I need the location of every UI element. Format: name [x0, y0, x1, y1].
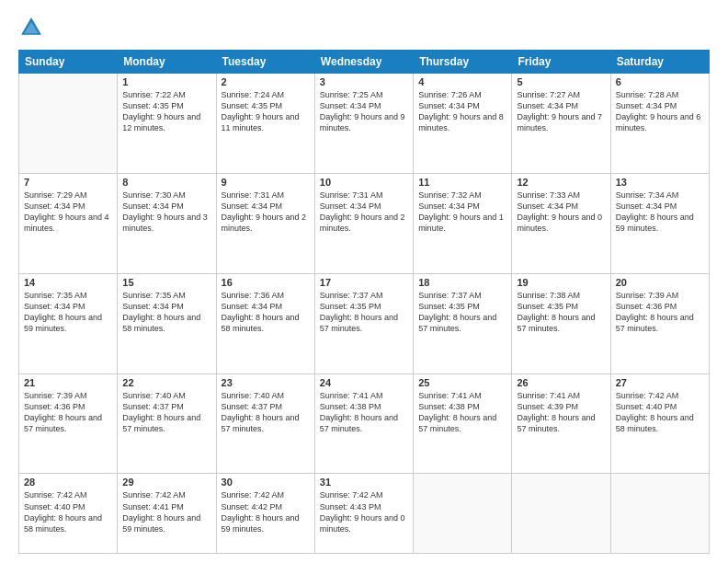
calendar-cell: 12Sunrise: 7:33 AMSunset: 4:34 PMDayligh… [512, 173, 610, 273]
calendar-cell: 11Sunrise: 7:32 AMSunset: 4:34 PMDayligh… [414, 173, 512, 273]
cell-info: Sunrise: 7:24 AMSunset: 4:35 PMDaylight:… [222, 89, 310, 134]
calendar-week-row: 21Sunrise: 7:39 AMSunset: 4:36 PMDayligh… [19, 373, 710, 474]
calendar-cell: 9Sunrise: 7:31 AMSunset: 4:34 PMDaylight… [216, 173, 314, 273]
calendar-cell: 5Sunrise: 7:27 AMSunset: 4:34 PMDaylight… [512, 74, 610, 174]
day-number: 17 [320, 277, 408, 288]
calendar-cell: 16Sunrise: 7:36 AMSunset: 4:34 PMDayligh… [216, 273, 314, 373]
day-number: 9 [222, 177, 310, 188]
day-number: 30 [222, 477, 310, 488]
calendar-cell: 13Sunrise: 7:34 AMSunset: 4:34 PMDayligh… [610, 173, 709, 273]
calendar-cell: 6Sunrise: 7:28 AMSunset: 4:34 PMDaylight… [610, 74, 709, 174]
weekday-header: Sunday [19, 51, 118, 74]
weekday-header: Tuesday [216, 51, 314, 74]
cell-info: Sunrise: 7:42 AMSunset: 4:42 PMDaylight:… [222, 489, 310, 534]
cell-info: Sunrise: 7:22 AMSunset: 4:35 PMDaylight:… [122, 89, 210, 134]
calendar-cell [414, 474, 512, 554]
cell-info: Sunrise: 7:41 AMSunset: 4:38 PMDaylight:… [320, 390, 408, 435]
cell-info: Sunrise: 7:32 AMSunset: 4:34 PMDaylight:… [418, 190, 506, 235]
calendar-cell: 17Sunrise: 7:37 AMSunset: 4:35 PMDayligh… [314, 273, 413, 373]
logo-icon [18, 15, 44, 40]
calendar-cell: 21Sunrise: 7:39 AMSunset: 4:36 PMDayligh… [19, 373, 118, 474]
calendar-week-row: 7Sunrise: 7:29 AMSunset: 4:34 PMDaylight… [19, 173, 710, 273]
calendar-cell: 15Sunrise: 7:35 AMSunset: 4:34 PMDayligh… [118, 273, 216, 373]
calendar-header-row: SundayMondayTuesdayWednesdayThursdayFrid… [19, 51, 710, 74]
calendar-cell: 14Sunrise: 7:35 AMSunset: 4:34 PMDayligh… [19, 273, 118, 373]
day-number: 2 [222, 76, 310, 87]
cell-info: Sunrise: 7:31 AMSunset: 4:34 PMDaylight:… [222, 190, 310, 235]
cell-info: Sunrise: 7:42 AMSunset: 4:40 PMDaylight:… [616, 390, 704, 435]
day-number: 22 [122, 377, 210, 388]
calendar-cell: 22Sunrise: 7:40 AMSunset: 4:37 PMDayligh… [118, 373, 216, 474]
calendar-week-row: 14Sunrise: 7:35 AMSunset: 4:34 PMDayligh… [19, 273, 710, 373]
cell-info: Sunrise: 7:33 AMSunset: 4:34 PMDaylight:… [517, 190, 605, 235]
day-number: 21 [24, 377, 112, 388]
calendar-cell: 26Sunrise: 7:41 AMSunset: 4:39 PMDayligh… [512, 373, 610, 474]
cell-info: Sunrise: 7:36 AMSunset: 4:34 PMDaylight:… [222, 290, 310, 335]
calendar-cell: 27Sunrise: 7:42 AMSunset: 4:40 PMDayligh… [610, 373, 709, 474]
day-number: 26 [517, 377, 605, 388]
calendar-cell: 10Sunrise: 7:31 AMSunset: 4:34 PMDayligh… [314, 173, 413, 273]
cell-info: Sunrise: 7:31 AMSunset: 4:34 PMDaylight:… [320, 190, 408, 235]
weekday-header: Friday [512, 51, 610, 74]
cell-info: Sunrise: 7:38 AMSunset: 4:35 PMDaylight:… [517, 290, 605, 335]
calendar-table: SundayMondayTuesdayWednesdayThursdayFrid… [18, 50, 710, 554]
cell-info: Sunrise: 7:40 AMSunset: 4:37 PMDaylight:… [222, 390, 310, 435]
day-number: 29 [122, 477, 210, 488]
weekday-header: Thursday [414, 51, 512, 74]
calendar-cell: 31Sunrise: 7:42 AMSunset: 4:43 PMDayligh… [314, 474, 413, 554]
day-number: 28 [24, 477, 112, 488]
day-number: 8 [122, 177, 210, 188]
calendar-cell: 3Sunrise: 7:25 AMSunset: 4:34 PMDaylight… [314, 74, 413, 174]
calendar-cell: 18Sunrise: 7:37 AMSunset: 4:35 PMDayligh… [414, 273, 512, 373]
calendar-cell: 1Sunrise: 7:22 AMSunset: 4:35 PMDaylight… [118, 74, 216, 174]
day-number: 24 [320, 377, 408, 388]
weekday-header: Wednesday [314, 51, 413, 74]
calendar-cell: 29Sunrise: 7:42 AMSunset: 4:41 PMDayligh… [118, 474, 216, 554]
cell-info: Sunrise: 7:41 AMSunset: 4:38 PMDaylight:… [418, 390, 506, 435]
calendar-cell [512, 474, 610, 554]
day-number: 16 [222, 277, 310, 288]
calendar-cell: 30Sunrise: 7:42 AMSunset: 4:42 PMDayligh… [216, 474, 314, 554]
header [18, 15, 710, 40]
day-number: 5 [517, 76, 605, 87]
calendar-cell: 7Sunrise: 7:29 AMSunset: 4:34 PMDaylight… [19, 173, 118, 273]
cell-info: Sunrise: 7:42 AMSunset: 4:43 PMDaylight:… [320, 489, 408, 534]
cell-info: Sunrise: 7:26 AMSunset: 4:34 PMDaylight:… [418, 89, 506, 134]
calendar-cell [610, 474, 709, 554]
cell-info: Sunrise: 7:42 AMSunset: 4:40 PMDaylight:… [24, 489, 112, 534]
cell-info: Sunrise: 7:25 AMSunset: 4:34 PMDaylight:… [320, 89, 408, 134]
calendar-cell: 28Sunrise: 7:42 AMSunset: 4:40 PMDayligh… [19, 474, 118, 554]
calendar-cell [19, 74, 118, 174]
cell-info: Sunrise: 7:35 AMSunset: 4:34 PMDaylight:… [122, 290, 210, 335]
page: SundayMondayTuesdayWednesdayThursdayFrid… [0, 0, 728, 563]
calendar-cell: 2Sunrise: 7:24 AMSunset: 4:35 PMDaylight… [216, 74, 314, 174]
day-number: 31 [320, 477, 408, 488]
cell-info: Sunrise: 7:37 AMSunset: 4:35 PMDaylight:… [418, 290, 506, 335]
day-number: 6 [616, 76, 704, 87]
day-number: 14 [24, 277, 112, 288]
day-number: 20 [616, 277, 704, 288]
cell-info: Sunrise: 7:39 AMSunset: 4:36 PMDaylight:… [616, 290, 704, 335]
logo [18, 15, 46, 40]
cell-info: Sunrise: 7:39 AMSunset: 4:36 PMDaylight:… [24, 390, 112, 435]
calendar-cell: 19Sunrise: 7:38 AMSunset: 4:35 PMDayligh… [512, 273, 610, 373]
day-number: 18 [418, 277, 506, 288]
day-number: 11 [418, 177, 506, 188]
calendar-cell: 23Sunrise: 7:40 AMSunset: 4:37 PMDayligh… [216, 373, 314, 474]
cell-info: Sunrise: 7:37 AMSunset: 4:35 PMDaylight:… [320, 290, 408, 335]
calendar-cell: 8Sunrise: 7:30 AMSunset: 4:34 PMDaylight… [118, 173, 216, 273]
day-number: 3 [320, 76, 408, 87]
calendar-cell: 25Sunrise: 7:41 AMSunset: 4:38 PMDayligh… [414, 373, 512, 474]
calendar-cell: 20Sunrise: 7:39 AMSunset: 4:36 PMDayligh… [610, 273, 709, 373]
weekday-header: Saturday [610, 51, 709, 74]
day-number: 19 [517, 277, 605, 288]
calendar-cell: 4Sunrise: 7:26 AMSunset: 4:34 PMDaylight… [414, 74, 512, 174]
weekday-header: Monday [118, 51, 216, 74]
cell-info: Sunrise: 7:34 AMSunset: 4:34 PMDaylight:… [616, 190, 704, 235]
cell-info: Sunrise: 7:35 AMSunset: 4:34 PMDaylight:… [24, 290, 112, 335]
day-number: 27 [616, 377, 704, 388]
cell-info: Sunrise: 7:41 AMSunset: 4:39 PMDaylight:… [517, 390, 605, 435]
calendar-week-row: 28Sunrise: 7:42 AMSunset: 4:40 PMDayligh… [19, 474, 710, 554]
day-number: 10 [320, 177, 408, 188]
cell-info: Sunrise: 7:42 AMSunset: 4:41 PMDaylight:… [122, 489, 210, 534]
